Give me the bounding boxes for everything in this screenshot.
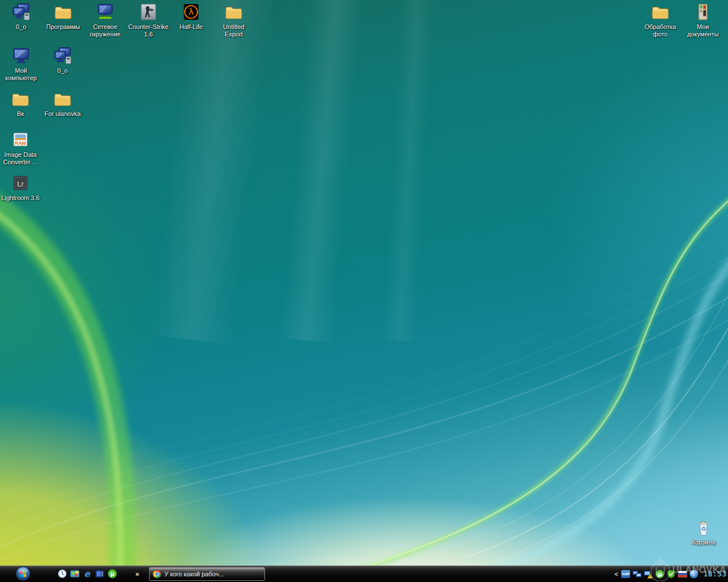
security-shield-tray-icon[interactable] xyxy=(667,569,676,579)
image-data-converter-icon xyxy=(11,130,30,149)
my-computer-icon xyxy=(11,46,31,65)
folder-icon xyxy=(53,89,72,109)
system-tray: < KMP xyxy=(614,566,727,582)
desktop-icon-label: Программы xyxy=(46,23,80,31)
windows-orb-icon xyxy=(15,566,31,581)
desktop-icon-label: Обработка фото xyxy=(640,23,681,38)
kmplayer-tray-icon[interactable]: KMP xyxy=(621,569,631,579)
desktop-icon-label: Half-Life xyxy=(180,23,203,31)
desktop-icon-programmy[interactable]: Программы xyxy=(43,2,84,31)
desktop-icon-label: Untitled Export xyxy=(213,23,254,38)
desktop-icon-image-data-converter[interactable]: Image Data Converter ... xyxy=(0,130,41,166)
desktop-icon-recycle-bin[interactable]: Корзина xyxy=(683,518,724,546)
desktop-icon-label: Вк xyxy=(17,110,24,118)
utorrent-glyph: µ xyxy=(110,570,114,577)
task-button-chrome-window[interactable]: У кого какой рабоч... xyxy=(149,567,265,581)
light-shaft xyxy=(279,0,366,343)
utorrent-icon[interactable]: µ xyxy=(107,569,117,579)
start-button[interactable] xyxy=(15,566,31,581)
desktop-icon-label: Мой компьютер xyxy=(1,67,42,82)
internet-explorer-icon[interactable]: e xyxy=(82,569,92,579)
desktop-icon-lightroom[interactable]: Lightroom 3.6 xyxy=(0,173,41,202)
chrome-icon xyxy=(153,570,161,578)
globe-tray-icon[interactable] xyxy=(689,569,699,579)
lightroom-icon xyxy=(11,173,30,193)
desktop-icon-label: 0_o xyxy=(57,67,68,74)
desktop-icon-photo-processing[interactable]: Обработка фото xyxy=(640,2,681,38)
desktop-icon-for-ulanovka[interactable]: For ulanovka xyxy=(42,89,83,118)
desktop-icon-0-o-2[interactable]: 0_o xyxy=(42,46,83,74)
desktop-icon-label: For ulanovka xyxy=(44,110,81,118)
folder-icon xyxy=(651,2,670,22)
desktop-icon-half-life[interactable]: Half-Life xyxy=(171,2,212,31)
folder-icon xyxy=(53,2,73,22)
light-shaft xyxy=(148,0,278,345)
folder-icon xyxy=(11,89,30,109)
desktop-icon-label: Lightroom 3.6 xyxy=(1,194,39,202)
network-warning-tray-icon[interactable] xyxy=(644,569,653,579)
light-shaft xyxy=(383,0,436,342)
desktop-icon-label: Counter-Strike 1.6 xyxy=(128,23,169,38)
desktop-icon-label: Image Data Converter ... xyxy=(0,151,41,166)
utorrent-tray-icon[interactable]: µ xyxy=(655,569,665,579)
taskbar: e µ » У кого какой рабоч... xyxy=(0,566,728,582)
desktop-icon-vk[interactable]: Вк xyxy=(0,89,41,118)
aurora-ribbons xyxy=(0,0,728,582)
workstation-icon xyxy=(11,2,31,22)
counter-strike-icon xyxy=(139,2,158,22)
tray-clock[interactable]: 18:53 xyxy=(704,570,727,578)
network-places-icon xyxy=(96,2,115,22)
image-viewer-icon[interactable] xyxy=(69,569,80,579)
task-button-title: У кого какой рабоч... xyxy=(164,571,224,577)
desktop-icon-0-o[interactable]: 0_o xyxy=(1,2,42,31)
language-ru-flag-icon[interactable] xyxy=(678,569,688,579)
desktop-icon-untitled-export[interactable]: Untitled Export xyxy=(213,2,254,38)
network-computers-tray-icon[interactable] xyxy=(632,569,642,579)
quick-launch-overflow-chevron[interactable]: » xyxy=(135,570,139,578)
desktop-icon-label: 0_o xyxy=(16,23,26,31)
desktop-icon-counter-strike[interactable]: Counter-Strike 1.6 xyxy=(128,2,169,38)
folder-icon xyxy=(224,2,243,22)
desktop-icon-label: Мои документы xyxy=(682,23,723,38)
my-documents-icon xyxy=(693,2,713,22)
workstation-icon xyxy=(53,46,72,65)
desktop-icon-network-places[interactable]: Сетевое окружение xyxy=(85,2,126,38)
svg-text:µ: µ xyxy=(658,571,662,577)
recycle-bin-full-icon xyxy=(694,518,713,537)
half-life-icon xyxy=(181,2,201,22)
desktop-icon-label: Корзина xyxy=(692,539,715,546)
clock-quicklaunch-icon[interactable] xyxy=(57,569,67,579)
desktop-icon-my-documents[interactable]: Мои документы xyxy=(682,2,723,38)
tray-collapse-chevron[interactable]: < xyxy=(614,571,618,577)
desktop-icon-label: Сетевое окружение xyxy=(85,23,126,38)
desktop-wallpaper xyxy=(0,0,728,582)
desktop-screen: λ RAW Lr xyxy=(0,0,728,582)
desktop-icon-my-computer[interactable]: Мой компьютер xyxy=(1,46,42,82)
media-player-icon[interactable] xyxy=(94,569,105,579)
quick-launch-bar: e µ » xyxy=(57,566,139,582)
